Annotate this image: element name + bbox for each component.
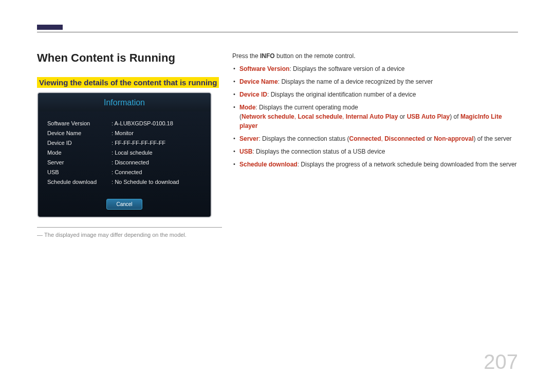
footnote: The displayed image may differ depending… (37, 232, 222, 238)
info-row: Device NameMonitor (47, 130, 201, 136)
heading-1: When Content is Running (37, 51, 222, 65)
server-connected: Connected (349, 135, 381, 142)
row-value: A-LUBXGDSP-0100.18 (112, 120, 173, 126)
desc: : Displays the software version of a dev… (289, 65, 404, 72)
page-number: 207 (484, 350, 518, 374)
row-key: Device Name (47, 130, 112, 136)
row-key: Device ID (47, 140, 112, 146)
row-value: No Schedule to download (112, 179, 179, 185)
mode-network: Network schedule (242, 113, 294, 120)
post: ) of the server (474, 135, 512, 142)
panel-title: Information (38, 93, 211, 111)
bullet-schedule-download: Schedule download: Displays the progress… (232, 160, 518, 169)
bullet-device-name: Device Name: Displays the name of a devi… (232, 77, 518, 86)
intro-bold: INFO (260, 52, 275, 60)
intro-post: button on the remote control. (275, 52, 356, 60)
info-row: Software VersionA-LUBXGDSP-0100.18 (47, 120, 201, 126)
left-divider (37, 227, 222, 228)
info-row: ModeLocal schedule (47, 150, 201, 156)
mode-usb: USB Auto Play (407, 113, 450, 120)
term: Software Version (239, 65, 289, 72)
or: or (398, 113, 406, 120)
panel-body: Software VersionA-LUBXGDSP-0100.18 Devic… (38, 111, 211, 192)
bullet-list: Software Version: Displays the software … (232, 64, 518, 169)
term: Device ID (239, 91, 267, 98)
desc: : Displays the current operating mode (255, 104, 358, 111)
mode-internal: Internal Auto Play (346, 113, 398, 120)
row-value: Disconnected (112, 159, 149, 165)
cancel-button[interactable]: Cancel (106, 199, 142, 210)
term: USB (239, 148, 252, 155)
server-nonapproval: Non-approval (434, 135, 473, 142)
right-column: Press the INFO button on the remote cont… (232, 51, 518, 173)
bullet-mode: Mode: Displays the current operating mod… (232, 103, 518, 130)
bullet-usb: USB: Displays the connection status of a… (232, 147, 518, 156)
desc: : Displays the original identification n… (267, 91, 416, 98)
row-key: Software Version (47, 120, 112, 126)
header-accent-bar (37, 25, 63, 30)
panel-footer: Cancel (38, 199, 211, 210)
row-value: FF-FF-FF-FF-FF-FF (112, 140, 165, 146)
desc: : Displays the name of a device recogniz… (278, 78, 433, 85)
bullet-device-id: Device ID: Displays the original identif… (232, 90, 518, 99)
left-column: When Content is Running Viewing the deta… (37, 51, 222, 238)
mode-local: Local schedule (298, 113, 342, 120)
term: Mode (239, 104, 255, 111)
intro-text: Press the INFO button on the remote cont… (232, 51, 518, 61)
info-row: Device IDFF-FF-FF-FF-FF-FF (47, 140, 201, 146)
row-key: Mode (47, 150, 112, 156)
information-panel: Information Software VersionA-LUBXGDSP-0… (37, 92, 212, 218)
header-rule (37, 32, 518, 32)
or: or (425, 135, 434, 142)
bullet-software-version: Software Version: Displays the software … (232, 64, 518, 73)
bullet-server: Server: Displays the connection status (… (232, 134, 518, 143)
info-row: Schedule downloadNo Schedule to download (47, 179, 201, 185)
desc: : Displays the connection status of a US… (252, 148, 385, 155)
sep: , (342, 113, 346, 120)
row-value: Local schedule (112, 150, 153, 156)
row-value: Connected (112, 169, 142, 175)
intro-pre: Press the (232, 52, 260, 60)
row-key: USB (47, 169, 112, 175)
heading-2: Viewing the details of the content that … (37, 77, 219, 88)
row-key: Server (47, 159, 112, 165)
desc: : Displays the progress of a network sch… (298, 161, 517, 168)
term: Server (239, 135, 258, 142)
paren-close: ) of (450, 113, 460, 120)
info-row: ServerDisconnected (47, 159, 201, 165)
info-row: USBConnected (47, 169, 201, 175)
row-key: Schedule download (47, 179, 112, 185)
term: Schedule download (239, 161, 298, 168)
row-value: Monitor (112, 130, 134, 136)
term: Device Name (239, 78, 278, 85)
server-disconnected: Disconnected (384, 135, 425, 142)
pre: : Displays the connection status ( (258, 135, 349, 142)
